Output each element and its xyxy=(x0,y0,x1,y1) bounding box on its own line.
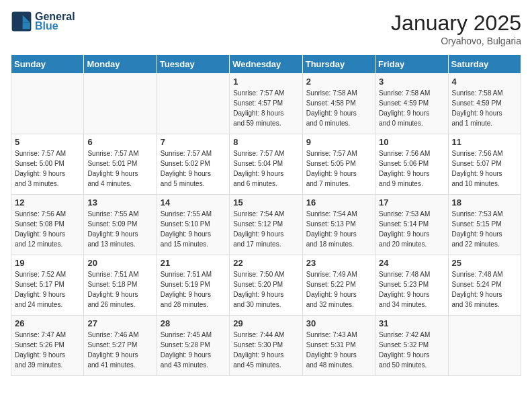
day-info: Sunrise: 7:56 AMSunset: 5:08 PMDaylight:… xyxy=(15,209,80,249)
calendar-week-row: 12Sunrise: 7:56 AMSunset: 5:08 PMDayligh… xyxy=(11,195,521,255)
day-info: Sunrise: 7:51 AMSunset: 5:19 PMDaylight:… xyxy=(161,269,226,310)
logo-icon xyxy=(11,11,32,32)
day-number: 9 xyxy=(306,137,371,147)
calendar-cell: 30Sunrise: 7:43 AMSunset: 5:31 PMDayligh… xyxy=(302,316,375,376)
day-number: 24 xyxy=(379,258,444,268)
day-number: 6 xyxy=(87,137,152,147)
day-info: Sunrise: 7:44 AMSunset: 5:30 PMDaylight:… xyxy=(233,330,298,370)
calendar-cell xyxy=(11,74,84,134)
day-number: 15 xyxy=(233,197,298,208)
day-number: 3 xyxy=(379,77,444,87)
day-number: 26 xyxy=(15,318,80,328)
day-number: 17 xyxy=(379,197,444,208)
day-number: 10 xyxy=(379,137,444,147)
calendar-cell: 20Sunrise: 7:51 AMSunset: 5:18 PMDayligh… xyxy=(84,255,157,316)
calendar-cell: 26Sunrise: 7:47 AMSunset: 5:26 PMDayligh… xyxy=(11,316,84,376)
day-number: 16 xyxy=(306,197,371,208)
day-number: 27 xyxy=(87,318,152,328)
calendar-cell: 1Sunrise: 7:57 AMSunset: 4:57 PMDaylight… xyxy=(230,74,302,134)
header-cell-saturday: Saturday xyxy=(448,55,521,74)
day-info: Sunrise: 7:57 AMSunset: 5:00 PMDaylight:… xyxy=(15,148,80,189)
day-number: 31 xyxy=(379,318,444,328)
day-info: Sunrise: 7:58 AMSunset: 4:59 PMDaylight:… xyxy=(379,88,444,128)
calendar-week-row: 19Sunrise: 7:52 AMSunset: 5:17 PMDayligh… xyxy=(11,255,521,316)
day-number: 22 xyxy=(233,258,298,268)
day-info: Sunrise: 7:54 AMSunset: 5:12 PMDaylight:… xyxy=(233,209,298,249)
header-cell-wednesday: Wednesday xyxy=(230,55,302,74)
calendar-cell: 27Sunrise: 7:46 AMSunset: 5:27 PMDayligh… xyxy=(84,316,157,376)
calendar-cell: 23Sunrise: 7:49 AMSunset: 5:22 PMDayligh… xyxy=(302,255,375,316)
calendar-cell: 12Sunrise: 7:56 AMSunset: 5:08 PMDayligh… xyxy=(11,195,84,255)
day-number: 4 xyxy=(452,77,517,87)
day-info: Sunrise: 7:56 AMSunset: 5:06 PMDaylight:… xyxy=(379,148,444,189)
calendar-cell: 13Sunrise: 7:55 AMSunset: 5:09 PMDayligh… xyxy=(84,195,157,255)
day-number: 21 xyxy=(161,258,226,268)
day-number: 25 xyxy=(452,258,517,268)
calendar-cell: 17Sunrise: 7:53 AMSunset: 5:14 PMDayligh… xyxy=(375,195,448,255)
calendar-header-row: SundayMondayTuesdayWednesdayThursdayFrid… xyxy=(11,55,521,74)
calendar-cell: 15Sunrise: 7:54 AMSunset: 5:12 PMDayligh… xyxy=(230,195,302,255)
page-header: General Blue January 2025 Oryahovo, Bulg… xyxy=(11,11,521,46)
calendar-cell: 31Sunrise: 7:42 AMSunset: 5:32 PMDayligh… xyxy=(375,316,448,376)
day-number: 30 xyxy=(306,318,371,328)
calendar-cell: 11Sunrise: 7:56 AMSunset: 5:07 PMDayligh… xyxy=(448,134,521,195)
calendar-cell: 21Sunrise: 7:51 AMSunset: 5:19 PMDayligh… xyxy=(157,255,229,316)
header-cell-tuesday: Tuesday xyxy=(157,55,229,74)
calendar-cell: 29Sunrise: 7:44 AMSunset: 5:30 PMDayligh… xyxy=(230,316,302,376)
calendar-week-row: 1Sunrise: 7:57 AMSunset: 4:57 PMDaylight… xyxy=(11,74,521,134)
calendar-cell: 7Sunrise: 7:57 AMSunset: 5:02 PMDaylight… xyxy=(157,134,229,195)
day-number: 18 xyxy=(452,197,517,208)
day-number: 19 xyxy=(15,258,80,268)
calendar-cell: 2Sunrise: 7:58 AMSunset: 4:58 PMDaylight… xyxy=(302,74,375,134)
day-info: Sunrise: 7:58 AMSunset: 4:58 PMDaylight:… xyxy=(306,88,371,128)
day-info: Sunrise: 7:53 AMSunset: 5:14 PMDaylight:… xyxy=(379,209,444,249)
day-info: Sunrise: 7:57 AMSunset: 4:57 PMDaylight:… xyxy=(233,88,298,128)
calendar-cell xyxy=(448,316,521,376)
calendar-cell: 14Sunrise: 7:55 AMSunset: 5:10 PMDayligh… xyxy=(157,195,229,255)
calendar-cell: 22Sunrise: 7:50 AMSunset: 5:20 PMDayligh… xyxy=(230,255,302,316)
day-number: 28 xyxy=(161,318,226,328)
day-info: Sunrise: 7:47 AMSunset: 5:26 PMDaylight:… xyxy=(15,330,80,370)
day-info: Sunrise: 7:57 AMSunset: 5:04 PMDaylight:… xyxy=(233,148,298,189)
logo: General Blue xyxy=(11,11,75,32)
month-title: January 2025 xyxy=(391,11,521,36)
calendar-cell: 6Sunrise: 7:57 AMSunset: 5:01 PMDaylight… xyxy=(84,134,157,195)
header-cell-sunday: Sunday xyxy=(11,55,84,74)
day-info: Sunrise: 7:48 AMSunset: 5:23 PMDaylight:… xyxy=(379,269,444,310)
day-info: Sunrise: 7:55 AMSunset: 5:10 PMDaylight:… xyxy=(161,209,226,249)
day-info: Sunrise: 7:55 AMSunset: 5:09 PMDaylight:… xyxy=(87,209,152,249)
title-section: January 2025 Oryahovo, Bulgaria xyxy=(391,11,521,46)
calendar-cell: 25Sunrise: 7:48 AMSunset: 5:24 PMDayligh… xyxy=(448,255,521,316)
day-info: Sunrise: 7:42 AMSunset: 5:32 PMDaylight:… xyxy=(379,330,444,370)
day-info: Sunrise: 7:54 AMSunset: 5:13 PMDaylight:… xyxy=(306,209,371,249)
calendar-table: SundayMondayTuesdayWednesdayThursdayFrid… xyxy=(11,54,521,376)
day-info: Sunrise: 7:53 AMSunset: 5:15 PMDaylight:… xyxy=(452,209,517,249)
day-info: Sunrise: 7:51 AMSunset: 5:18 PMDaylight:… xyxy=(87,269,152,310)
day-number: 29 xyxy=(233,318,298,328)
location-subtitle: Oryahovo, Bulgaria xyxy=(391,36,521,46)
day-info: Sunrise: 7:49 AMSunset: 5:22 PMDaylight:… xyxy=(306,269,371,310)
day-number: 13 xyxy=(87,197,152,208)
day-info: Sunrise: 7:46 AMSunset: 5:27 PMDaylight:… xyxy=(87,330,152,370)
day-info: Sunrise: 7:43 AMSunset: 5:31 PMDaylight:… xyxy=(306,330,371,370)
day-number: 20 xyxy=(87,258,152,268)
calendar-week-row: 5Sunrise: 7:57 AMSunset: 5:00 PMDaylight… xyxy=(11,134,521,195)
day-number: 8 xyxy=(233,137,298,147)
day-number: 5 xyxy=(15,137,80,147)
header-cell-friday: Friday xyxy=(375,55,448,74)
calendar-cell xyxy=(84,74,157,134)
day-info: Sunrise: 7:58 AMSunset: 4:59 PMDaylight:… xyxy=(452,88,517,128)
day-info: Sunrise: 7:52 AMSunset: 5:17 PMDaylight:… xyxy=(15,269,80,310)
day-number: 12 xyxy=(15,197,80,208)
calendar-cell: 19Sunrise: 7:52 AMSunset: 5:17 PMDayligh… xyxy=(11,255,84,316)
day-number: 23 xyxy=(306,258,371,268)
day-number: 7 xyxy=(161,137,226,147)
calendar-cell xyxy=(157,74,229,134)
calendar-cell: 16Sunrise: 7:54 AMSunset: 5:13 PMDayligh… xyxy=(302,195,375,255)
day-info: Sunrise: 7:57 AMSunset: 5:05 PMDaylight:… xyxy=(306,148,371,189)
header-cell-monday: Monday xyxy=(84,55,157,74)
calendar-cell: 10Sunrise: 7:56 AMSunset: 5:06 PMDayligh… xyxy=(375,134,448,195)
calendar-cell: 18Sunrise: 7:53 AMSunset: 5:15 PMDayligh… xyxy=(448,195,521,255)
day-number: 2 xyxy=(306,77,371,87)
day-number: 1 xyxy=(233,77,298,87)
